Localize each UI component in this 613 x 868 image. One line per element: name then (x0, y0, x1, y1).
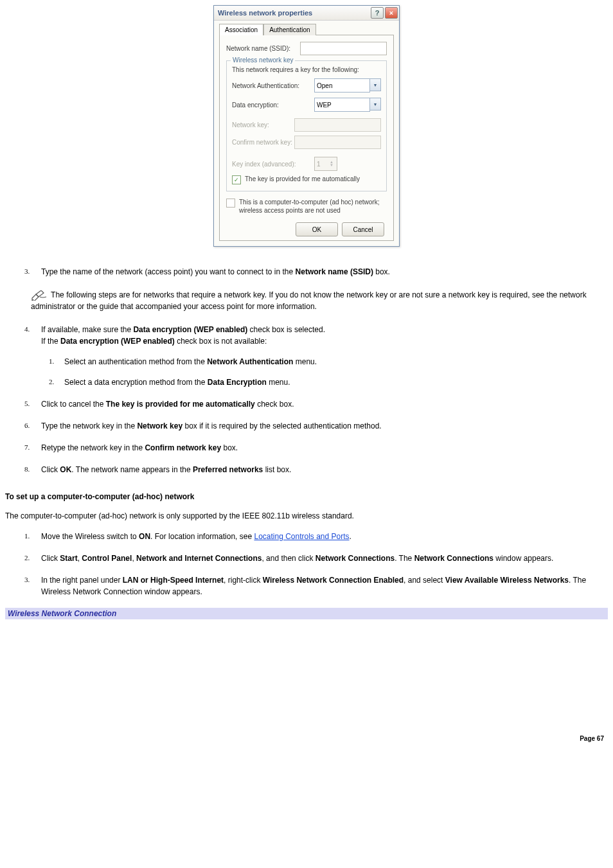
network-authentication-select[interactable]: Open (314, 78, 370, 93)
step-4-sublist: Select an authentication method from the… (41, 356, 608, 388)
tab-authentication[interactable]: Authentication (263, 24, 315, 35)
close-icon[interactable]: × (385, 7, 398, 19)
ok-button[interactable]: OK (296, 222, 338, 236)
ssid-label: Network name (SSID): (226, 45, 300, 52)
help-icon[interactable]: ? (371, 7, 384, 19)
ssid-input[interactable] (300, 42, 387, 55)
step-3: Type the name of the network (access poi… (41, 266, 608, 312)
auto-key-checkbox[interactable]: ✓ (232, 175, 241, 184)
auto-key-label: The key is provided for me automatically (245, 175, 360, 183)
step-4: If available, make sure the Data encrypt… (41, 324, 608, 388)
caption-bar: Wireless Network Connection (5, 608, 608, 619)
key-index-spinner: 1 ▲▼ (314, 157, 337, 171)
confirm-key-label: Confirm network key: (232, 139, 294, 146)
note-block: The following steps are for networks tha… (31, 289, 608, 312)
dialog-tabs: Association Authentication (219, 24, 394, 35)
tab-association[interactable]: Association (219, 24, 263, 35)
step-8: Click OK. The network name appears in th… (41, 464, 608, 475)
dialog-title: Wireless network properties (218, 9, 369, 17)
key-index-label: Key index (advanced): (232, 161, 314, 168)
chevron-down-icon[interactable]: ▾ (370, 78, 381, 91)
b-step-3: In the right panel under LAN or High-Spe… (41, 574, 608, 598)
step-4-2: Select a data encryption method from the… (64, 376, 608, 388)
instruction-list-b: Move the Wireless switch to ON. For loca… (5, 531, 608, 598)
adhoc-checkbox[interactable]: ✓ (226, 199, 235, 208)
spinner-arrows-icon: ▲▼ (328, 161, 335, 167)
step-4-1: Select an authentication method from the… (64, 356, 608, 368)
cancel-button[interactable]: Cancel (342, 222, 384, 236)
b-step-1: Move the Wireless switch to ON. For loca… (41, 531, 608, 542)
requires-key-text: This network requires a key for the foll… (232, 66, 381, 73)
locating-controls-link[interactable]: Locating Controls and Ports (254, 532, 349, 541)
step-5: Click to cancel the The key is provided … (41, 398, 608, 410)
data-encryption-select[interactable]: WEP (314, 98, 370, 112)
b-step-2: Click Start, Control Panel, Network and … (41, 553, 608, 564)
adhoc-heading: To set up a computer-to-computer (ad-hoc… (5, 492, 608, 501)
chevron-down-icon[interactable]: ▾ (370, 98, 381, 111)
page-footer: Page 67 (5, 735, 608, 742)
wireless-properties-dialog: Wireless network properties ? × Associat… (213, 5, 400, 247)
network-key-label: Network key: (232, 121, 294, 128)
instruction-list-a: Type the name of the network (access poi… (5, 266, 608, 475)
encryption-label: Data encryption: (232, 102, 314, 109)
step-6: Type the network key in the Network key … (41, 420, 608, 432)
confirm-key-input (294, 136, 381, 149)
fieldset-legend: Wireless network key (231, 57, 295, 64)
wireless-key-fieldset: Wireless network key This network requir… (226, 60, 387, 191)
auth-label: Network Authentication: (232, 82, 314, 89)
network-key-input (294, 118, 381, 132)
adhoc-intro: The computer-to-computer (ad-hoc) networ… (5, 510, 608, 522)
note-pen-icon (31, 290, 48, 301)
adhoc-label: This is a computer-to-computer (ad hoc) … (239, 198, 387, 215)
dialog-titlebar: Wireless network properties ? × (214, 6, 399, 21)
step-7: Retype the network key in the Confirm ne… (41, 442, 608, 454)
